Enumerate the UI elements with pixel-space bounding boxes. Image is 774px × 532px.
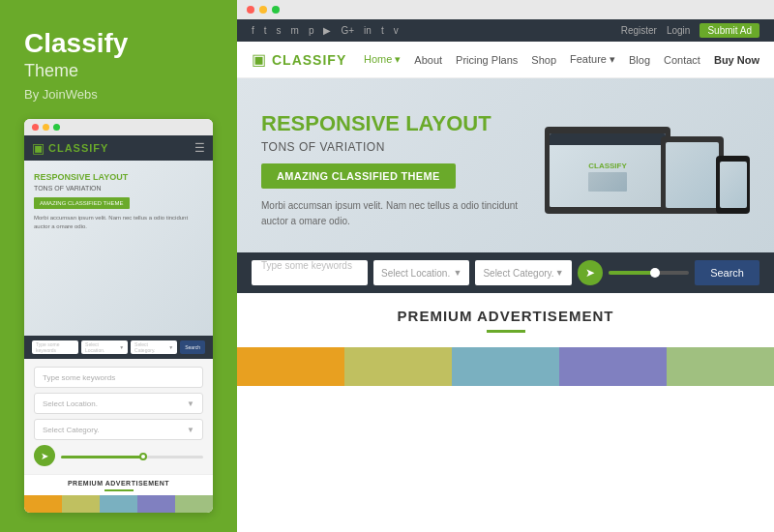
search-category-select[interactable]: Select Category.▼ — [475, 260, 571, 285]
nav-logo-text: CLASSIFY — [272, 52, 346, 68]
nav-about[interactable]: About — [414, 54, 442, 66]
hero-section: RESPONSIVE LAYOUT TONS OF VARIATION AMAZ… — [237, 78, 774, 252]
premium-section: PREMIUM ADVERTISEMENT — [237, 293, 774, 347]
thumb-3 — [452, 347, 559, 386]
mini-browser-mockup: ▣ CLASSIFY ☰ RESPONSIVE LAYOUT TONS OF V… — [24, 119, 213, 513]
twitter-icon[interactable]: t — [264, 25, 267, 36]
mini-logo-text: CLASSIFY — [48, 142, 108, 154]
premium-title: PREMIUM ADVERTISEMENT — [252, 308, 759, 324]
mini-search-button: Search — [180, 340, 205, 354]
main-nav: ▣ CLASSIFY Home ▾ About Pricing Plans Sh… — [237, 42, 774, 78]
mini-category-field[interactable]: Select Category.▼ — [34, 419, 203, 440]
mini-hamburger-icon: ☰ — [194, 141, 205, 155]
top-bar-right: Register Login Submit Ad — [621, 23, 759, 38]
dot-red — [247, 6, 254, 14]
mini-dot-yellow — [43, 124, 49, 131]
pinterest-icon[interactable]: p — [309, 25, 314, 36]
mini-premium-strip: PREMIUM ADVERTISEMENT — [24, 474, 213, 495]
nav-logo-icon: ▣ — [252, 50, 266, 69]
thumb-4 — [559, 347, 667, 386]
mini-logo-icon: ▣ — [32, 140, 45, 156]
vimeo-icon[interactable]: v — [394, 25, 399, 36]
skype-icon[interactable]: s — [277, 25, 282, 36]
mini-form-area: Type some keywords Select Location.▼ Sel… — [24, 359, 213, 474]
phone-screen — [720, 162, 747, 208]
mini-thumb-4 — [137, 495, 175, 513]
hero-cta-button[interactable]: AMAZING CLASSIFIED THEME — [261, 163, 456, 189]
search-location-select[interactable]: Select Location.▼ — [373, 260, 469, 285]
mini-search-bar: Type some keywords Select Location.▼ Sel… — [24, 336, 213, 359]
left-by: By JoinWebs — [24, 87, 213, 102]
hero-description: Morbi accumsan ipsum velit. Nam nec tell… — [261, 198, 532, 229]
browser-chrome — [237, 0, 774, 19]
mini-thumb-1 — [24, 495, 62, 513]
mini-price-slider[interactable] — [61, 456, 203, 458]
hero-headline: RESPONSIVE LAYOUT — [261, 111, 532, 136]
nav-blog[interactable]: Blog — [629, 54, 650, 66]
nav-shop[interactable]: Shop — [531, 54, 556, 66]
mini-keyword-input: Type some keywords — [32, 340, 78, 354]
search-keyword-input[interactable]: Type some keywords — [252, 260, 368, 285]
left-panel: Classify Theme By JoinWebs ▣ CLASSIFY ☰ … — [0, 0, 237, 532]
thumbnail-row — [237, 347, 774, 386]
monitor-screen-content: CLASSIFY — [550, 145, 666, 207]
mini-slider-fill — [61, 456, 146, 458]
mini-dot-red — [32, 124, 39, 131]
submit-ad-button[interactable]: Submit Ad — [700, 23, 759, 38]
dot-yellow — [259, 6, 267, 14]
search-arrow-button[interactable]: ➤ — [578, 260, 603, 285]
mail-icon[interactable]: m — [291, 25, 299, 36]
mini-nav-bar: ▣ CLASSIFY ☰ — [24, 135, 213, 161]
nav-links: Home ▾ About Pricing Plans Shop Feature … — [364, 53, 759, 66]
nav-home[interactable]: Home ▾ — [364, 53, 401, 66]
thumb-5 — [667, 347, 774, 386]
mini-keyword-field[interactable]: Type some keywords — [34, 367, 203, 388]
mini-cta-button: AMAZING CLASSIFIED THEME — [34, 197, 130, 209]
register-link[interactable]: Register — [621, 25, 657, 36]
premium-divider — [487, 330, 525, 333]
left-subtitle: Theme — [24, 61, 213, 81]
mini-browser-chrome — [24, 119, 213, 135]
mini-logo: ▣ CLASSIFY — [32, 140, 108, 156]
tablet-device — [661, 136, 724, 214]
social-icons: f t s m p ▶ G+ in t v — [252, 25, 399, 36]
mini-submit-button[interactable]: ➤ — [34, 445, 55, 466]
nav-pricing[interactable]: Pricing Plans — [456, 54, 518, 66]
nav-buynow[interactable]: Buy Now — [714, 54, 759, 66]
dot-green — [272, 6, 280, 14]
thumb-1 — [237, 347, 344, 386]
mini-thumb-5 — [175, 495, 213, 513]
search-button[interactable]: Search — [695, 260, 759, 285]
slider-fill — [609, 271, 653, 275]
mini-premium-divider — [104, 489, 134, 491]
youtube-icon[interactable]: ▶ — [323, 25, 331, 36]
tablet-screen — [666, 142, 719, 208]
right-panel: f t s m p ▶ G+ in t v Register Login Sub… — [237, 0, 774, 532]
search-price-slider[interactable] — [609, 271, 689, 275]
top-bar: f t s m p ▶ G+ in t v Register Login Sub… — [237, 19, 774, 42]
phone-device — [716, 156, 750, 214]
mini-thumb-row — [24, 495, 213, 513]
hero-subheadline: TONS OF VARIATION — [261, 140, 532, 154]
facebook-icon[interactable]: f — [252, 25, 254, 36]
mini-thumb-3 — [100, 495, 137, 513]
login-link[interactable]: Login — [667, 25, 690, 36]
nav-feature[interactable]: Feature ▾ — [570, 53, 615, 66]
monitor-device: CLASSIFY — [545, 127, 670, 214]
devices-mockup: CLASSIFY — [545, 127, 750, 214]
nav-logo: ▣ CLASSIFY — [252, 50, 346, 69]
mini-hero-desc: Morbi accumsan ipsum velit. Nam nec tell… — [34, 214, 203, 231]
linkedin-icon[interactable]: in — [364, 25, 372, 36]
monitor-screen-top — [550, 133, 666, 145]
mini-dot-green — [53, 124, 60, 131]
mini-location-field[interactable]: Select Location.▼ — [34, 393, 203, 414]
search-section: Type some keywords Select Location.▼ Sel… — [237, 252, 774, 293]
mini-hero-headline: RESPONSIVE LAYOUT — [34, 172, 203, 184]
gplus-icon[interactable]: G+ — [341, 25, 354, 36]
slider-thumb — [650, 268, 660, 278]
hero-text-block: RESPONSIVE LAYOUT TONS OF VARIATION AMAZ… — [261, 111, 532, 229]
monitor-screen: CLASSIFY — [550, 133, 666, 207]
tumblr-icon[interactable]: t — [381, 25, 384, 36]
nav-contact[interactable]: Contact — [664, 54, 700, 66]
mini-premium-title: PREMIUM ADVERTISEMENT — [34, 480, 203, 487]
